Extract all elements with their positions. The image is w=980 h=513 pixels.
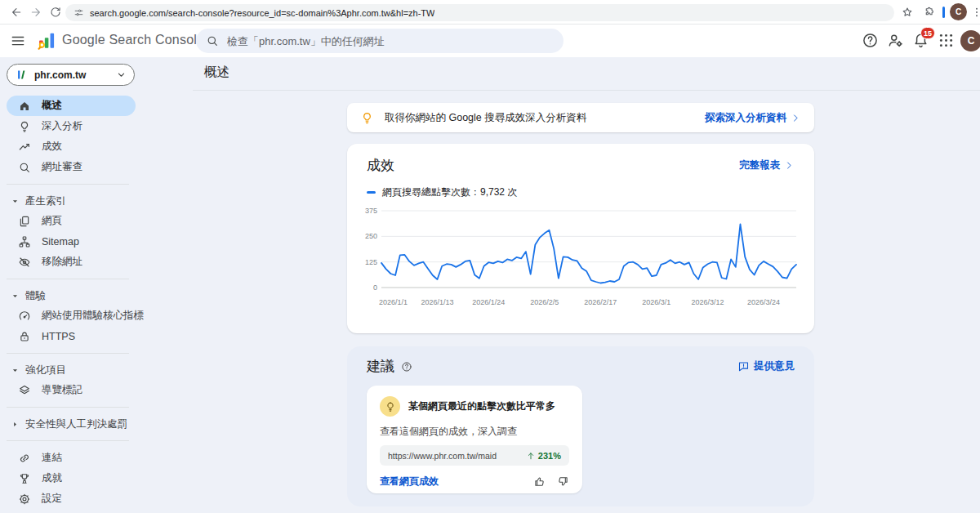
sidebar-item-breadcrumbs[interactable]: 導覽標記 xyxy=(7,380,136,400)
sidebar-item-label: 成效 xyxy=(42,140,62,154)
main-content: 概述 取得你網站的 Google 搜尋成效深入分析資料 探索深入分析資料 成效 … xyxy=(193,57,980,513)
caret-down-icon xyxy=(10,365,20,376)
sidebar-divider xyxy=(7,407,129,408)
browser-profile-avatar[interactable]: C xyxy=(950,3,967,20)
svg-text:250: 250 xyxy=(365,232,377,240)
sidebar-item-sitemaps[interactable]: Sitemap xyxy=(7,231,136,252)
domain-property-icon xyxy=(16,69,28,81)
sidebar-item-url-inspection[interactable]: 網址審查 xyxy=(7,157,136,177)
give-feedback-label: 提供意見 xyxy=(754,359,795,373)
svg-text:2026/1/24: 2026/1/24 xyxy=(472,298,505,306)
sidebar-section-indexing[interactable]: 產生索引 xyxy=(10,191,193,211)
sidebar-item-settings[interactable]: 設定 xyxy=(7,488,136,509)
explore-insights-link[interactable]: 探索深入分析資料 xyxy=(705,111,801,125)
browser-back-icon[interactable] xyxy=(10,6,23,19)
thumbs-down-icon[interactable] xyxy=(557,475,569,488)
lightbulb-icon xyxy=(385,401,396,413)
sidebar-section-enhancements[interactable]: 強化項目 xyxy=(10,360,193,380)
notifications-button[interactable]: 15 xyxy=(912,32,929,49)
thumbs-up-icon[interactable] xyxy=(533,475,546,488)
legend-dash-icon xyxy=(367,191,376,194)
title-divider xyxy=(193,90,980,91)
site-info-icon[interactable] xyxy=(74,7,84,18)
insights-banner: 取得你網站的 Google 搜尋成效深入分析資料 探索深入分析資料 xyxy=(347,103,814,132)
lock-icon xyxy=(18,330,31,343)
sidebar-item-removals[interactable]: 移除網址 xyxy=(7,252,136,272)
lightbulb-icon xyxy=(360,111,374,125)
sidebar-item-https[interactable]: HTTPS xyxy=(7,326,136,346)
clicks-legend-chip[interactable]: 網頁搜尋總點擊次數：9,732 次 xyxy=(367,185,795,199)
sidebar-section-label: 安全性與人工判決處罰 xyxy=(25,417,127,431)
browser-forward-icon[interactable] xyxy=(29,6,42,19)
page-url-box: https://www.phr.com.tw/maid 231% xyxy=(380,445,569,466)
help-circle-icon[interactable] xyxy=(401,361,412,372)
recommendations-section: 建議 提供意見 某個網頁最近的點擊次數比平常多 查看這個網頁的成效，深入調查 xyxy=(347,346,814,506)
search-input[interactable] xyxy=(227,35,554,47)
sidebar-section-experience[interactable]: 體驗 xyxy=(10,286,193,306)
sidebar-item-links[interactable]: 連結 xyxy=(7,448,136,468)
browser-reload-icon[interactable] xyxy=(49,6,62,19)
svg-text:125: 125 xyxy=(365,258,377,266)
sidebar-section-label: 產生索引 xyxy=(25,194,66,208)
sidebar-nav: 概述 深入分析 成效 網址審查 產生索引 網頁 Sitemap 移除網址 體驗 … xyxy=(0,96,193,513)
url-inspect-search-bar[interactable] xyxy=(196,29,564,53)
svg-text:2026/2/5: 2026/2/5 xyxy=(530,298,559,306)
change-percent: 231% xyxy=(538,451,561,461)
sidebar-item-pages[interactable]: 網頁 xyxy=(7,211,136,231)
sidebar-item-label: 導覽標記 xyxy=(42,383,82,397)
app-title: Google Search Console xyxy=(62,33,204,47)
recommendations-title: 建議 xyxy=(367,357,394,376)
bulb-icon xyxy=(18,120,31,133)
give-feedback-link[interactable]: 提供意見 xyxy=(737,359,795,373)
recommendation-headline: 某個網頁最近的點擊次數比平常多 xyxy=(408,399,555,413)
sidebar-item-core-web-vitals[interactable]: 網站使用體驗核心指標 xyxy=(7,306,136,326)
search-icon xyxy=(18,161,31,174)
extensions-icon[interactable] xyxy=(923,6,936,19)
browser-menu-icon[interactable] xyxy=(970,6,980,19)
banner-text: 取得你網站的 Google 搜尋成效深入分析資料 xyxy=(385,111,694,125)
recommendation-subtext: 查看這個網頁的成效，深入調查 xyxy=(380,425,569,439)
sidebar-item-achievements[interactable]: 成就 xyxy=(7,468,136,488)
sidebar-item-label: 連結 xyxy=(42,451,62,465)
legend-text: 網頁搜尋總點擊次數：9,732 次 xyxy=(382,185,517,199)
performance-chart[interactable]: 01252503752026/1/12026/1/132026/1/242026… xyxy=(359,206,800,310)
sidebar-item-performance[interactable]: 成效 xyxy=(7,136,136,157)
sidebar-item-overview[interactable]: 概述 xyxy=(7,96,136,116)
bookmark-star-icon[interactable] xyxy=(901,6,914,19)
sidebar-section-label: 強化項目 xyxy=(25,364,66,377)
caret-down-icon xyxy=(10,291,20,301)
hamburger-menu-icon[interactable] xyxy=(10,33,26,49)
user-settings-icon[interactable] xyxy=(887,32,904,49)
caret-down-icon xyxy=(10,196,20,207)
account-avatar[interactable]: C xyxy=(960,30,980,51)
sidebar-item-label: 深入分析 xyxy=(42,119,82,133)
address-bar[interactable]: search.google.com/search-console?resourc… xyxy=(65,4,894,21)
explore-insights-label: 探索深入分析資料 xyxy=(705,111,786,125)
performance-card: 成效 完整報表 網頁搜尋總點擊次數：9,732 次 01252503752026… xyxy=(347,144,814,333)
property-selector[interactable]: phr.com.tw xyxy=(7,64,135,86)
svg-text:2026/1/13: 2026/1/13 xyxy=(421,298,453,306)
sidebar: phr.com.tw 概述 深入分析 成效 網址審查 產生索引 網頁 Sitem… xyxy=(0,57,193,513)
svg-text:2026/3/1: 2026/3/1 xyxy=(642,298,670,306)
sidebar-section-security-manual-actions[interactable]: 安全性與人工判決處罰 xyxy=(10,414,193,434)
svg-text:2026/3/12: 2026/3/12 xyxy=(692,298,724,306)
home-icon xyxy=(18,100,31,113)
svg-text:0: 0 xyxy=(373,283,377,292)
google-apps-grid-icon[interactable] xyxy=(938,32,955,49)
sidebar-divider xyxy=(7,279,129,279)
gear-icon xyxy=(18,493,31,506)
search-console-logo-icon[interactable] xyxy=(36,30,57,51)
full-report-link[interactable]: 完整報表 xyxy=(739,158,795,172)
caret-right-icon xyxy=(10,419,20,430)
performance-title: 成效 xyxy=(367,156,394,175)
eye-off-icon xyxy=(18,256,31,269)
chevron-right-icon xyxy=(791,113,801,123)
insight-bulb-badge xyxy=(380,396,400,417)
feedback-icon xyxy=(737,360,750,372)
search-icon xyxy=(206,34,219,47)
arrow-up-icon xyxy=(526,451,536,461)
sidebar-item-insights[interactable]: 深入分析 xyxy=(7,116,136,136)
full-report-label: 完整報表 xyxy=(739,158,780,172)
view-page-performance-link[interactable]: 查看網頁成效 xyxy=(380,475,439,488)
help-icon[interactable] xyxy=(862,32,879,49)
